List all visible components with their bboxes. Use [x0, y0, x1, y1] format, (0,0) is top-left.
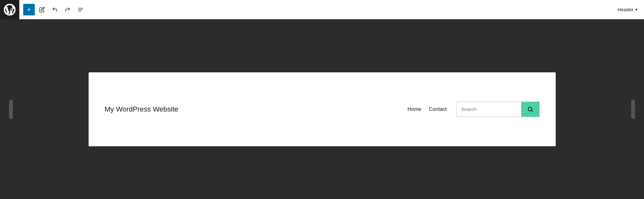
nav-item-home[interactable]: Home [408, 106, 421, 112]
search-icon [527, 106, 533, 113]
pencil-icon [39, 7, 45, 13]
editor-area: My WordPress Website Home Contact [0, 19, 644, 199]
site-title: My WordPress Website [105, 105, 178, 113]
list-view-button[interactable] [75, 4, 86, 15]
header-dropdown[interactable]: Header ▾ [618, 7, 638, 12]
resize-handle-left[interactable] [9, 100, 13, 119]
redo-icon [65, 7, 71, 13]
search-button[interactable] [521, 102, 539, 117]
nav-item-contact[interactable]: Contact [429, 106, 447, 112]
search-widget [457, 102, 540, 117]
redo-button[interactable] [62, 4, 73, 15]
toolbar: + [0, 0, 644, 19]
header-label-text: Header [618, 7, 633, 12]
wp-logo[interactable] [0, 0, 19, 19]
chevron-down-icon: ▾ [635, 7, 638, 12]
nav-menu: Home Contact [408, 106, 447, 112]
undo-icon [52, 7, 58, 13]
svg-line-5 [531, 110, 533, 112]
resize-handle-right[interactable] [631, 100, 635, 119]
svg-point-0 [4, 4, 15, 15]
search-input[interactable] [457, 102, 521, 117]
list-icon [78, 7, 83, 13]
undo-button[interactable] [49, 4, 61, 15]
header-preview-block: My WordPress Website Home Contact [89, 72, 556, 146]
toolbar-left: + [19, 4, 611, 15]
add-block-button[interactable]: + [23, 4, 35, 15]
edit-button[interactable] [36, 4, 48, 15]
nav-and-search: Home Contact [408, 102, 540, 117]
toolbar-right: Header ▾ [611, 7, 644, 12]
plus-icon: + [27, 6, 31, 13]
